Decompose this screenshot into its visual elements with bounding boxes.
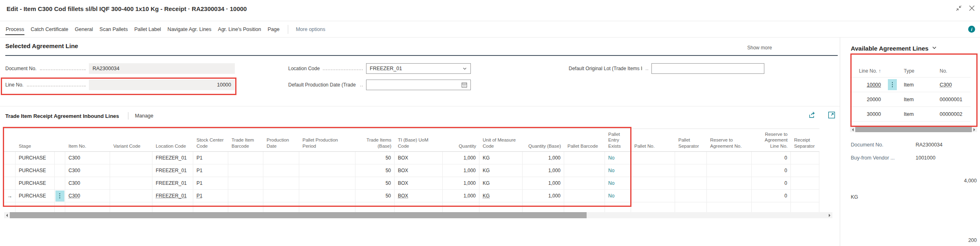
cell-trade-item-barcode[interactable]: [228, 177, 263, 189]
cell-pallet-separator[interactable]: [675, 152, 707, 164]
cell-pallet-no[interactable]: [631, 177, 675, 189]
cell-receipt-separator[interactable]: [791, 177, 819, 189]
cell-receipt-separator[interactable]: [791, 152, 819, 164]
column-header-reserve-to-agreement-line-no[interactable]: Reserve to Agreement Line No.: [752, 129, 791, 151]
cell-trade-items-base[interactable]: 50: [355, 164, 395, 177]
factbox-title[interactable]: Available Agreement Lines: [851, 45, 937, 52]
cell-pallet-separator[interactable]: [675, 177, 707, 189]
cell-trade-items-base[interactable]: 50: [355, 152, 395, 164]
factbox-column-header-type[interactable]: Type: [901, 64, 936, 77]
share-icon[interactable]: [808, 111, 817, 120]
actionbar-item-pallet-label[interactable]: Pallet Label: [134, 26, 161, 33]
restore-window-icon[interactable]: [956, 5, 962, 11]
actionbar-item-process[interactable]: Process: [5, 26, 24, 33]
cell-stage[interactable]: PURCHASE: [15, 152, 55, 164]
cell-trade-item-barcode[interactable]: [228, 152, 263, 164]
cell-quantity-base[interactable]: 1,000: [523, 164, 564, 177]
scroll-right-icon[interactable]: [971, 128, 977, 131]
factbox-cell-type[interactable]: Item: [901, 92, 936, 106]
cell-stage[interactable]: PURCHASE: [15, 190, 55, 202]
column-header-location-code[interactable]: Location Code: [152, 129, 193, 151]
cell-quantity[interactable]: 1,000: [443, 177, 479, 189]
cell-reserve-to-agreement-no[interactable]: [707, 152, 752, 164]
column-header-pallet-entry-exists[interactable]: Pallet Entry Exists: [605, 129, 631, 151]
row-context-menu-icon[interactable]: [888, 79, 897, 90]
cell-pallet-barcode[interactable]: [564, 177, 605, 189]
cell-location-code[interactable]: FREEZER_01: [152, 177, 193, 189]
cell-production-date[interactable]: [263, 152, 299, 164]
cell-stage[interactable]: PURCHASE: [15, 164, 55, 177]
column-header-unit-of-measure-code[interactable]: Unit of Measure Code: [479, 129, 523, 151]
column-header-quantity-base[interactable]: Quantity (Base): [523, 129, 564, 151]
cell-reserve-to-agreement-line-no[interactable]: 0: [752, 152, 791, 164]
cell-trade-items-base[interactable]: 50: [355, 190, 395, 202]
calendar-icon[interactable]: [461, 82, 467, 88]
factbox-horizontal-scrollbar[interactable]: [850, 127, 977, 132]
cell-variant-code[interactable]: [110, 152, 152, 164]
chevron-down-icon[interactable]: [462, 66, 467, 71]
cell-item-no[interactable]: C300: [65, 190, 110, 202]
cell-receipt-separator[interactable]: [791, 164, 819, 177]
scroll-left-icon[interactable]: [850, 128, 856, 131]
cell-variant-code[interactable]: [110, 190, 152, 202]
row-menu-cell[interactable]: [55, 190, 65, 202]
cell-pallet-entry-exists[interactable]: No: [605, 177, 631, 189]
column-header-ti-base-uom-code[interactable]: TI (Base) UoM Code: [395, 129, 443, 151]
column-header-pallet-no[interactable]: Pallet No.: [631, 129, 675, 151]
cell-pallet-production-period[interactable]: [299, 190, 355, 202]
default-original-lot-field[interactable]: [651, 63, 764, 74]
cell-stock-center-code[interactable]: P1: [193, 177, 228, 189]
row-selection-cell[interactable]: →: [4, 190, 15, 202]
cell-stock-center-code[interactable]: P1: [193, 164, 228, 177]
actionbar-item-general[interactable]: General: [75, 26, 93, 33]
default-production-date-field[interactable]: [366, 80, 471, 90]
factbox-table-row[interactable]: 30000Item00000002: [850, 107, 971, 122]
column-header-pallet-separator[interactable]: Pallet Separator: [675, 129, 707, 151]
cell-production-date[interactable]: [263, 177, 299, 189]
cell-quantity[interactable]: 1,000: [443, 152, 479, 164]
column-header-reserve-to-agreement-no[interactable]: Reserve to Agreement No.: [707, 129, 752, 151]
cell-trade-item-barcode[interactable]: [228, 164, 263, 177]
scrollbar-thumb[interactable]: [855, 127, 972, 132]
factbox-cell-line-no[interactable]: 30000: [850, 107, 884, 121]
cell-item-no[interactable]: C300: [65, 177, 110, 189]
factbox-cell-type[interactable]: Item: [901, 78, 936, 92]
column-header-trade-item-barcode[interactable]: Trade Item Barcode: [228, 129, 263, 151]
more-options-button[interactable]: More options: [296, 27, 325, 32]
cell-pallet-no[interactable]: [631, 152, 675, 164]
chevron-down-icon[interactable]: [931, 45, 937, 52]
cell-reserve-to-agreement-line-no[interactable]: 0: [752, 177, 791, 189]
column-header-variant-code[interactable]: Variant Code: [110, 129, 152, 151]
row-context-menu-icon[interactable]: [55, 191, 64, 202]
location-code-field[interactable]: FREEZER_01: [366, 63, 471, 74]
cell-production-date[interactable]: [263, 164, 299, 177]
factbox-column-header-line-no[interactable]: Line No. ↑: [850, 64, 884, 77]
cell-variant-code[interactable]: [110, 164, 152, 177]
info-icon[interactable]: i: [968, 26, 975, 33]
column-header-stage[interactable]: Stage: [15, 129, 55, 151]
factbox-cell-line-no[interactable]: 10000: [850, 78, 884, 92]
cell-location-code[interactable]: FREEZER_01: [152, 190, 193, 202]
cell-stock-center-code[interactable]: P1: [193, 152, 228, 164]
cell-location-code[interactable]: FREEZER_01: [152, 152, 193, 164]
column-header-quantity[interactable]: Quantity: [443, 129, 479, 151]
factbox-table-row[interactable]: 20000Item00000001: [850, 92, 971, 107]
actionbar-item-agr-line-s-position[interactable]: Agr. Line's Position: [218, 26, 262, 33]
cell-stage[interactable]: PURCHASE: [15, 177, 55, 189]
column-header-trade-items-base[interactable]: Trade Items (Base): [355, 129, 395, 151]
cell-trade-items-base[interactable]: 50: [355, 177, 395, 189]
cell-unit-of-measure-code[interactable]: KG: [479, 177, 523, 189]
factbox-cell-line-no[interactable]: 20000: [850, 92, 884, 106]
cell-ti-base-uom-code[interactable]: BOX: [395, 190, 443, 202]
cell-quantity-base[interactable]: 1,000: [523, 190, 564, 202]
cell-pallet-barcode[interactable]: [564, 152, 605, 164]
cell-ti-base-uom-code[interactable]: BOX: [395, 164, 443, 177]
cell-unit-of-measure-code[interactable]: KG: [479, 190, 523, 202]
cell-reserve-to-agreement-line-no[interactable]: 0: [752, 190, 791, 202]
cell-production-date[interactable]: [263, 190, 299, 202]
cell-reserve-to-agreement-no[interactable]: [707, 164, 752, 177]
cell-reserve-to-agreement-no[interactable]: [707, 190, 752, 202]
row-selection-cell[interactable]: [4, 177, 15, 189]
cell-item-no[interactable]: C300: [65, 164, 110, 177]
column-header-pallet-barcode[interactable]: Pallet Barcode: [564, 129, 605, 151]
